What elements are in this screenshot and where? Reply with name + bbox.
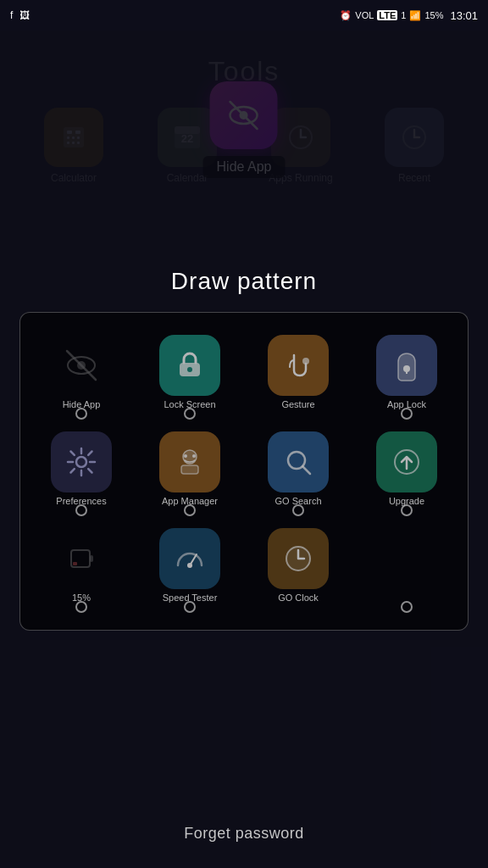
vol-icon: VOL (355, 10, 374, 20)
battery-icon: 15% (424, 10, 443, 20)
pattern-cell-lockscreen: Lock Screen (136, 326, 244, 423)
pattern-dot-5 (184, 504, 196, 516)
svg-point-25 (76, 457, 86, 467)
pattern-grid: Hide App Lock Screen (27, 326, 461, 616)
pattern-dot-9 (184, 601, 196, 613)
svg-rect-24 (406, 370, 408, 374)
gesture-pattern-label: Gesture (281, 399, 314, 409)
time-display: 13:01 (450, 9, 478, 22)
status-bar: f 🖼 ⏰ VOL LTE 1 📶 15% 13:01 (0, 0, 488, 31)
pattern-cell-appmanager: App Manager (136, 423, 244, 520)
svg-line-19 (67, 351, 96, 380)
image-icon: 🖼 (19, 9, 30, 21)
draw-pattern-overlay: Draw pattern Hide App (0, 31, 488, 868)
pattern-dot-3 (401, 408, 413, 420)
applock-pattern-icon (376, 335, 437, 396)
pattern-cell-upgrade: Upgrade (352, 423, 461, 520)
gesture-pattern-icon (268, 335, 329, 396)
pattern-container[interactable]: Hide App Lock Screen (19, 312, 469, 631)
lockscreen-pattern-icon (159, 335, 220, 396)
fb-icon: f (10, 9, 13, 21)
svg-point-27 (184, 454, 187, 458)
goclock-pattern-label: GO Clock (278, 593, 319, 603)
svg-point-28 (192, 454, 196, 458)
pattern-cell-gosearch: GO Search (244, 423, 352, 520)
svg-rect-29 (181, 465, 198, 474)
pattern-dot-11 (401, 601, 413, 613)
battery-pattern-icon (51, 528, 112, 589)
pattern-dot-1 (184, 408, 196, 420)
svg-point-21 (187, 367, 192, 372)
svg-rect-34 (90, 555, 93, 562)
svg-point-37 (187, 563, 192, 568)
gosearch-pattern-icon (268, 431, 329, 492)
appmanager-pattern-icon (159, 431, 220, 492)
preferences-pattern-icon (51, 431, 112, 492)
svg-rect-35 (73, 562, 77, 565)
hideapp-pattern-icon (51, 335, 112, 396)
lte-icon: LTE (377, 10, 397, 20)
pattern-cell-gesture: Gesture (244, 326, 352, 423)
svg-line-31 (302, 466, 310, 474)
pattern-cell-battery: 15% (27, 520, 136, 616)
upgrade-pattern-icon (376, 431, 437, 492)
pattern-dot-7 (401, 504, 413, 516)
pattern-cell-goclock: GO Clock (244, 520, 352, 616)
status-right-icons: ⏰ VOL LTE 1 📶 15% 13:01 (340, 9, 478, 22)
sim-icon: 1 (401, 10, 406, 20)
empty-cell-icon (376, 528, 437, 589)
pattern-cell-applock: App Lock (352, 326, 461, 423)
pattern-cell-empty (352, 520, 461, 616)
pattern-dot-4 (75, 504, 87, 516)
svg-point-22 (302, 358, 309, 364)
pattern-cell-speedtester: Speed Tester (136, 520, 244, 616)
pattern-cell-preferences: Preferences (27, 423, 136, 520)
pattern-dot-0 (75, 408, 87, 420)
forget-password-link[interactable]: Forget password (0, 825, 488, 843)
status-left-icons: f 🖼 (10, 9, 30, 21)
alarm-icon: ⏰ (340, 10, 352, 21)
pattern-dot-6 (292, 504, 304, 516)
draw-pattern-title: Draw pattern (171, 268, 317, 295)
pattern-cell-hideapp: Hide App (27, 326, 136, 423)
speedtester-pattern-icon (159, 528, 220, 589)
goclock-pattern-icon (268, 528, 329, 589)
signal-bar-icon: 📶 (409, 10, 421, 21)
pattern-dot-8 (75, 601, 87, 613)
